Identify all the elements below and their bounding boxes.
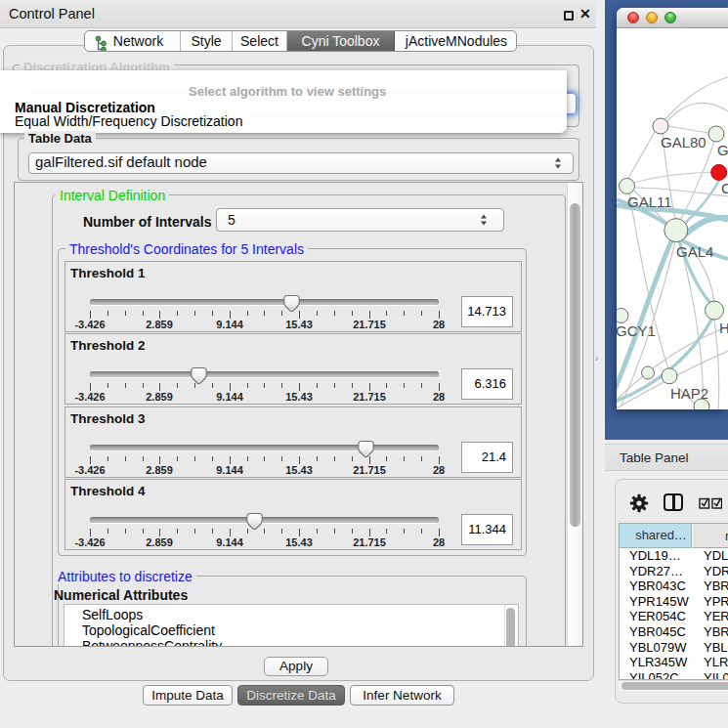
svg-text:HAP2: HAP2 bbox=[670, 385, 708, 402]
svg-text:GA: GA bbox=[717, 142, 728, 158]
svg-text:GCY1: GCY1 bbox=[617, 322, 656, 339]
svg-text:GAL80: GAL80 bbox=[661, 134, 707, 150]
svg-text:C: C bbox=[721, 180, 728, 196]
svg-text:GAL4: GAL4 bbox=[676, 243, 713, 260]
svg-text:H: H bbox=[719, 320, 728, 336]
svg-text:GAL11: GAL11 bbox=[627, 193, 672, 210]
